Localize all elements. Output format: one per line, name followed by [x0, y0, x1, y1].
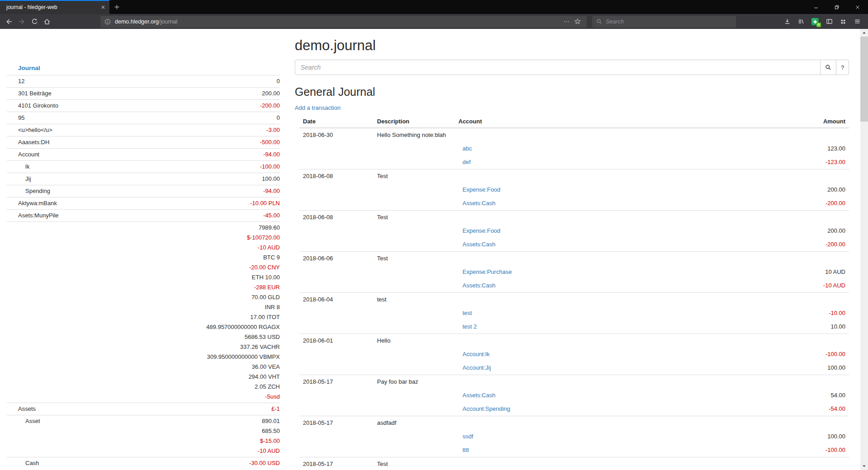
sidebar-account-link[interactable]: 95 — [18, 114, 24, 121]
sidebar-account-link[interactable]: Cash — [25, 460, 39, 466]
posting-amount: 100.00 — [750, 430, 849, 443]
transaction-date: 2018-06-01 — [299, 334, 373, 348]
tab-close-icon[interactable] — [100, 5, 106, 10]
empty-date-cell — [299, 361, 373, 375]
account-balance: 0 — [120, 113, 280, 123]
apps-button[interactable] — [837, 16, 849, 28]
sidebar-account-link[interactable]: Spending — [25, 188, 50, 194]
sidebar-account-row: 950 — [7, 112, 280, 124]
posting-account-cell: Expense:Purchase — [455, 265, 750, 279]
transactions-body: 2018-06-30Hello Something note:blahabc12… — [299, 128, 849, 470]
posting-account-link[interactable]: Expense:Food — [462, 227, 500, 234]
posting-account-link[interactable]: Assets:Cash — [462, 241, 495, 248]
browser-tab[interactable]: journal - hledger-web — [0, 0, 109, 14]
account-balance-cell: 890.01685.50$-15.00-10 AUD — [120, 415, 280, 457]
posting-account-link[interactable]: test 2 — [462, 323, 477, 330]
sidebar-account-row: Assets£-1 — [7, 403, 280, 415]
scrollbar-up-arrow[interactable] — [860, 29, 868, 37]
posting-account-link[interactable]: Account:lk — [462, 351, 490, 357]
account-balance: $-15.00 — [120, 436, 280, 446]
account-balance: 17.00 ITOT — [120, 312, 280, 322]
empty-description-cell — [373, 155, 455, 169]
sidebar-account-link[interactable]: 301 Beiträge — [18, 90, 52, 97]
browser-chrome: journal - hledger-web — [0, 0, 868, 29]
account-balance: 5686.53 USD — [120, 332, 280, 342]
sidebar-account-link[interactable]: Asset — [25, 418, 40, 424]
sidebar-account-link[interactable]: lk — [25, 163, 29, 170]
posting-account-link[interactable]: Assets:Cash — [462, 200, 495, 207]
library-button[interactable] — [795, 16, 807, 28]
posting-account-link[interactable]: Assets:Cash — [462, 282, 495, 289]
sidebar-account-row: Jij100.00 — [7, 173, 280, 185]
sidebars-button[interactable] — [823, 16, 835, 28]
sidebar-account-link[interactable]: Asets:MunyPile — [18, 212, 59, 219]
scrollbar-down-arrow[interactable] — [860, 462, 868, 470]
sidebar-account-link[interactable]: Jij — [25, 175, 31, 182]
account-balance: 685.50 — [120, 426, 280, 436]
account-balance: -10 AUD — [120, 446, 280, 456]
sidebar-account-link[interactable]: <u>hello</u> — [18, 127, 52, 133]
posting-amount: -100.00 — [750, 348, 849, 361]
bookmark-star-button[interactable] — [572, 18, 583, 25]
browser-search-bar[interactable]: Search — [592, 16, 736, 28]
sidebar-account-link[interactable]: Account — [18, 151, 39, 158]
minimize-button[interactable] — [806, 0, 826, 14]
account-name-cell: Jij — [7, 173, 120, 185]
new-tab-button[interactable] — [109, 0, 124, 14]
restore-button[interactable] — [826, 0, 847, 14]
site-info-icon[interactable] — [104, 19, 111, 25]
url-domain: demo.hledger.org — [115, 19, 159, 25]
empty-account-cell — [455, 416, 750, 430]
journal-search-input[interactable] — [295, 60, 821, 75]
account-balance: 890.01 — [120, 416, 280, 426]
downloads-button[interactable] — [781, 16, 793, 28]
posting-row: tttt-100.00 — [299, 443, 849, 457]
journal-search-button[interactable] — [821, 60, 836, 75]
posting-account-link[interactable]: abc — [462, 145, 472, 152]
posting-account-link[interactable]: def — [462, 159, 471, 165]
posting-account-cell: tttt — [455, 443, 750, 457]
posting-row: Expense:Food200.00 — [299, 224, 849, 238]
page-actions-button[interactable] — [561, 19, 572, 25]
sidebar-account-row: <u>hello</u>-3.00 — [7, 124, 280, 136]
posting-account-link[interactable]: Expense:Purchase — [462, 268, 512, 275]
empty-date-cell — [299, 197, 373, 211]
column-description: Description — [373, 115, 455, 128]
posting-account-link[interactable]: Account:Jij — [462, 364, 491, 371]
star-icon — [574, 18, 581, 25]
page-scrollbar[interactable] — [860, 29, 868, 470]
forward-button[interactable] — [15, 16, 28, 28]
posting-amount: -200.00 — [750, 197, 849, 211]
sidebar-account-link[interactable]: 4101 Girokonto — [18, 102, 58, 109]
reload-button[interactable] — [28, 16, 41, 28]
extension-button[interactable]: ◈ 0 — [809, 16, 821, 28]
account-name-cell: Spending — [7, 185, 120, 197]
menu-button[interactable] — [851, 16, 863, 28]
sidebar-account-row: Asets:MunyPile-45.00 — [7, 210, 280, 222]
account-balance: -117.00 — [120, 468, 280, 470]
add-transaction-link[interactable]: Add a transaction — [295, 104, 340, 111]
posting-account-link[interactable]: Account:Spending — [462, 405, 510, 412]
transaction-description: Test — [373, 251, 455, 265]
back-button[interactable] — [3, 16, 15, 28]
scrollbar-thumb[interactable] — [860, 37, 868, 122]
sidebar-account-link[interactable]: Assets — [18, 405, 36, 412]
search-help-button[interactable]: ? — [836, 60, 849, 75]
posting-account-link[interactable]: Assets:Cash — [462, 392, 495, 399]
posting-account-cell: Account:Jij — [455, 361, 750, 375]
sidebar-account-link[interactable]: Aaasets:DH — [18, 139, 49, 146]
posting-account-link[interactable]: Expense:Food — [462, 186, 500, 193]
sidebar-account-link[interactable]: Aktywa:mBank — [18, 200, 57, 207]
posting-account-link[interactable]: test — [462, 310, 472, 316]
close-button[interactable] — [847, 0, 868, 14]
sidebar-account-link[interactable]: 12 — [18, 78, 24, 85]
empty-amount-cell — [750, 416, 849, 430]
url-bar[interactable]: demo.hledger.org/journal — [100, 16, 587, 28]
sidebar-journal-link[interactable]: Journal — [7, 65, 40, 75]
transaction-row: 2018-05-17Test — [299, 457, 849, 470]
home-button[interactable] — [41, 16, 53, 28]
posting-account-link[interactable]: tttt — [462, 446, 469, 453]
empty-date-cell — [299, 142, 373, 155]
download-icon — [784, 18, 791, 25]
posting-account-link[interactable]: ssdf — [462, 433, 473, 440]
